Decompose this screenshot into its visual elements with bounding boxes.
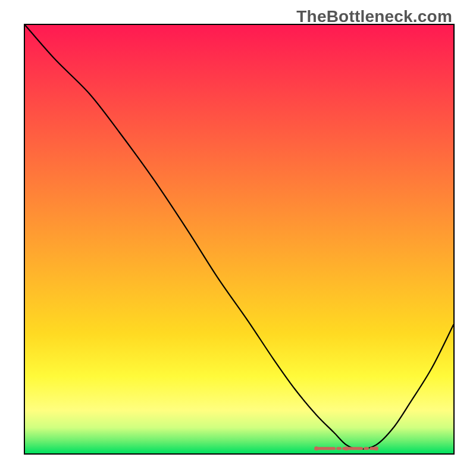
svg-point-3 bbox=[374, 446, 378, 450]
chart-container: TheBottleneck.com bbox=[0, 0, 476, 476]
svg-point-2 bbox=[345, 446, 349, 450]
optimum-flat-marker bbox=[314, 446, 378, 450]
plot-area bbox=[24, 24, 455, 455]
bottleneck-curve bbox=[25, 25, 453, 449]
chart-svg bbox=[25, 25, 453, 453]
svg-point-1 bbox=[314, 446, 318, 450]
